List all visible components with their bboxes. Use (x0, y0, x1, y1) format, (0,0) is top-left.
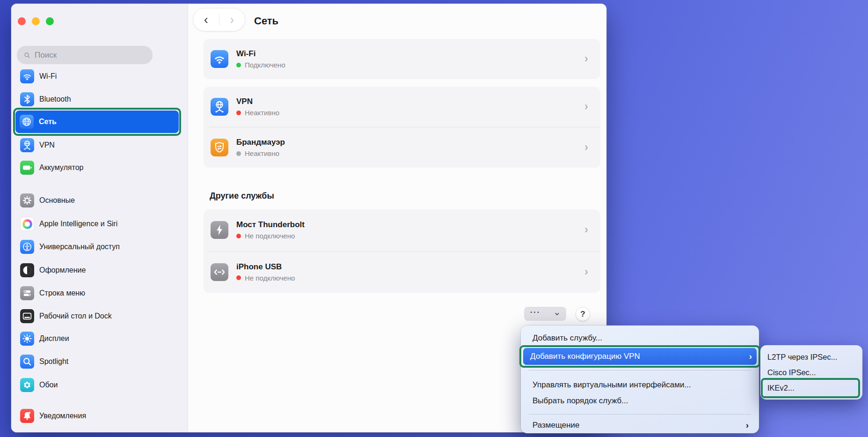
search-icon (23, 51, 31, 59)
sidebar-item-spotlight[interactable]: Spotlight (16, 350, 183, 373)
submenu-arrow-icon: › (746, 420, 749, 430)
menu-bar-icon (20, 286, 34, 300)
sidebar-item-general[interactable]: Основные (16, 189, 183, 212)
forward-button[interactable]: › (219, 9, 245, 30)
status-text: Подключено (245, 61, 285, 69)
submenu-item-l2tp-over-ipsec[interactable]: L2TP через IPSec... (763, 349, 860, 365)
wifi-icon (211, 50, 228, 68)
sidebar-item-label: Bluetooth (39, 95, 71, 104)
page-title: Сеть (254, 15, 278, 27)
service-title: Wi-Fi (236, 49, 285, 59)
status-text: Не подключено (245, 232, 295, 240)
sidebar-item-accessibility[interactable]: Универсальный доступ (16, 236, 183, 258)
menu-item-manage-virtual-interfaces[interactable]: Управлять виртуальными интерфейсами... (526, 377, 753, 393)
sidebar-item-label: Spotlight (39, 357, 68, 366)
menu-item-add-service[interactable]: Добавить службу... (526, 330, 753, 346)
sidebar-item-notifications[interactable]: Уведомления (16, 405, 183, 427)
more-options-button[interactable]: ··· (524, 307, 566, 321)
wifi-card: Wi-Fi Подключено › (204, 39, 600, 79)
menu-item-label: Добавить службу... (532, 333, 602, 343)
sidebar-item-label: Уведомления (39, 412, 86, 420)
displays-icon (20, 332, 34, 346)
service-row-iphone-usb[interactable]: iPhone USB Не подключено › (204, 252, 600, 293)
spotlight-icon (20, 355, 34, 369)
iphone-usb-icon (211, 263, 228, 281)
menu-item-label: Добавить конфигурацию VPN (530, 352, 640, 361)
wallpaper-icon (20, 378, 34, 392)
submenu-item-ikev2[interactable]: IKEv2... (763, 380, 860, 396)
status-text: Неактивно (245, 109, 279, 117)
submenu-item-cisco-ipsec[interactable]: Cisco IPSec... (763, 365, 860, 380)
battery-icon (20, 161, 34, 175)
menu-item-label: IKEv2... (767, 384, 795, 393)
accessibility-icon (20, 240, 34, 254)
sidebar-item-label: Оформление (39, 266, 86, 274)
sidebar-item-label: Основные (39, 196, 75, 205)
question-mark-icon: ? (580, 310, 585, 319)
menu-divider (529, 370, 751, 370)
service-status: Не подключено (236, 232, 305, 240)
help-button[interactable]: ? (576, 307, 590, 321)
sidebar-item-displays[interactable]: Дисплеи (16, 327, 183, 350)
status-text: Неактивно (245, 149, 279, 157)
vpn-icon (20, 138, 34, 152)
sidebar-item-menu-bar[interactable]: Строка меню (16, 282, 183, 304)
vpn-firewall-card: VPN Неактивно › Брандмауэр (204, 87, 600, 168)
sidebar-item-wifi[interactable]: Wi-Fi (16, 65, 183, 88)
menu-item-set-service-order[interactable]: Выбрать порядок служб... (526, 393, 753, 409)
service-status: Подключено (236, 61, 285, 69)
desktop-dock-icon (20, 309, 34, 323)
sidebar-item-label: VPN (39, 141, 55, 149)
menu-item-locations[interactable]: Размещение › (526, 417, 753, 433)
sidebar-item-apple-intelligence-siri[interactable]: Apple Intelligence и Siri (16, 213, 183, 235)
notifications-icon (20, 409, 34, 423)
sidebar-item-battery[interactable]: Аккумулятор (16, 156, 183, 179)
sidebar-item-label: Универсальный доступ (39, 243, 120, 251)
service-row-wifi[interactable]: Wi-Fi Подключено › (204, 39, 600, 79)
menu-item-label: Размещение (532, 421, 580, 430)
sidebar-item-label: Строка меню (39, 289, 85, 297)
service-status: Неактивно (236, 109, 279, 117)
sidebar-item-wallpaper[interactable]: Обои (16, 374, 183, 396)
service-title: Мост Thunderbolt (236, 220, 305, 230)
sidebar-item-vpn[interactable]: VPN (16, 134, 183, 156)
service-row-thunderbolt-bridge[interactable]: Мост Thunderbolt Не подключено › (204, 209, 600, 251)
bluetooth-icon (20, 92, 34, 106)
sidebar-item-network[interactable]: Сеть (15, 111, 179, 133)
sidebar-item-appearance[interactable]: Оформление (16, 259, 183, 281)
sidebar-item-label: Аккумулятор (39, 163, 83, 172)
section-title-other-services: Другие службы (210, 191, 274, 201)
sidebar-item-label: Apple Intelligence и Siri (39, 220, 117, 228)
close-button[interactable] (18, 17, 26, 25)
ellipsis-icon: ··· (530, 310, 540, 315)
service-title: VPN (236, 97, 279, 106)
status-dot (236, 151, 241, 156)
menu-item-label: Управлять виртуальными интерфейсами... (532, 380, 691, 390)
service-row-vpn[interactable]: VPN Неактивно › (204, 87, 600, 127)
sidebar-item-bluetooth[interactable]: Bluetooth (16, 88, 183, 111)
ai-siri-icon (20, 217, 34, 231)
sidebar-item-desktop-dock[interactable]: Рабочий стол и Dock (16, 305, 183, 327)
menu-item-label: Выбрать порядок служб... (532, 396, 628, 406)
desktop-wallpaper: Поиск Wi-Fi Bluetooth Сеть VPN Аккуму (0, 0, 868, 437)
menu-item-add-vpn-configuration[interactable]: Добавить конфигурацию VPN › (523, 348, 757, 365)
status-dot (236, 234, 241, 238)
status-dot (236, 275, 241, 280)
minimize-button[interactable] (32, 17, 40, 25)
service-row-firewall[interactable]: Брандмауэр Неактивно › (204, 127, 600, 168)
wifi-icon (20, 69, 34, 83)
service-title: iPhone USB (236, 262, 295, 272)
chevron-down-icon (554, 311, 560, 317)
chevron-right-icon: › (584, 141, 588, 154)
search-input[interactable]: Поиск (17, 46, 153, 64)
sidebar-item-label: Дисплеи (39, 334, 69, 343)
sidebar-item-label: Wi-Fi (39, 72, 57, 81)
chevron-right-icon: › (584, 223, 588, 236)
zoom-button[interactable] (46, 17, 54, 25)
sidebar-item-label: Рабочий стол и Dock (39, 312, 112, 320)
back-button[interactable]: ‹ (193, 9, 219, 30)
sidebar-item-label: Обои (39, 381, 58, 389)
chevron-right-icon: › (584, 100, 588, 113)
gear-icon (20, 193, 34, 207)
network-globe-icon (20, 115, 34, 129)
